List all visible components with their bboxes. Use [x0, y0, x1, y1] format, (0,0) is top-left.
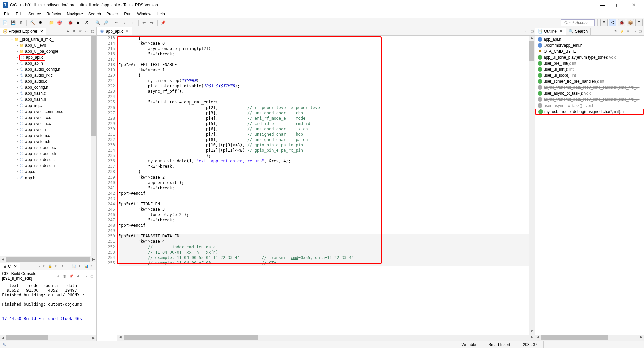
outline-item-user-ui-init--[interactable]: user_ui_init() : int — [535, 66, 644, 72]
close-button[interactable]: ✕ — [626, 0, 641, 10]
project-explorer-tab[interactable]: 🧭 Project Explorer ✕ — [0, 28, 46, 35]
view-menu-icon[interactable]: ▽ — [77, 29, 83, 34]
outline-item----common-app-emi-h[interactable]: ../common/app_emi.h — [535, 42, 644, 48]
build-icon[interactable]: 🔨 — [29, 19, 36, 26]
forward-icon[interactable]: ⇨ — [148, 19, 156, 26]
tree-node-app-ui-pa-dongle[interactable]: ›📁app_ui_pa_dongle — [0, 48, 96, 54]
run-icon[interactable]: ▶ — [75, 19, 82, 26]
target-icon[interactable]: 🎯 — [56, 19, 63, 26]
build-all-icon[interactable]: ⚙ — [37, 19, 44, 26]
tree-node-app-sync-h[interactable]: ›ⓗapp_sync.h — [0, 127, 96, 133]
maximize-button[interactable]: ▢ — [610, 0, 626, 10]
console-tool-3[interactable]: 🔒 — [47, 264, 53, 269]
tree-node-app-h[interactable]: ›ⓗapp.h — [0, 175, 96, 181]
editor-tab-app-api[interactable]: ⓒ app_api.c ✕ — [97, 27, 132, 35]
tree-node-app-config-h[interactable]: ›ⓗapp_config.h — [0, 84, 96, 90]
tree-node-app-audio-rx-c[interactable]: ›ⓒapp_audio_rx.c — [0, 72, 96, 78]
tree-node--proj-ultra-ll-mic-[interactable]: ⌄📁_proj_ultra_ll_mic_ — [0, 36, 96, 42]
quick-access-input[interactable] — [561, 19, 595, 26]
editor-scrollbar-vertical[interactable]: ▲ ▼ — [529, 36, 535, 341]
filter-icon[interactable]: ⚡ — [619, 29, 625, 34]
tree-node-app-system-h[interactable]: ›ⓗapp_system.h — [0, 139, 96, 145]
sort-icon[interactable]: ⇅ — [613, 29, 619, 34]
console-tab[interactable]: 🖥 C ✕ — [0, 263, 20, 270]
maximize-view-icon[interactable]: ▢ — [90, 29, 95, 34]
tree-scrollbar-vertical[interactable] — [91, 36, 96, 256]
console-pin-icon[interactable]: 📌 — [69, 273, 74, 279]
maximize-view-icon[interactable]: ▢ — [89, 273, 94, 279]
console-display-icon[interactable]: 🖥 — [75, 273, 81, 279]
c-perspective-icon[interactable]: C — [609, 19, 616, 26]
console-tool-6[interactable]: T — [65, 264, 71, 269]
console-tool-2[interactable]: P — [41, 264, 47, 269]
menu-help[interactable]: Help — [154, 11, 168, 17]
tree-node-app-sync-rx-c[interactable]: ›ⓒapp_sync_rx.c — [0, 115, 96, 121]
save-icon[interactable]: 💾 — [9, 19, 17, 26]
search-icon[interactable]: 🔎 — [102, 19, 109, 26]
outline-list[interactable]: app_api.h../common/app_emi.h#OTA_CMD_BYT… — [535, 36, 644, 335]
folder-icon[interactable]: 📁 — [48, 19, 55, 26]
close-icon[interactable]: ✕ — [125, 29, 129, 34]
tree-scrollbar-horizontal[interactable]: ◀▶ — [0, 256, 96, 262]
close-icon[interactable]: ✕ — [14, 264, 17, 269]
tree-node-app-usb-desc-h[interactable]: ›ⓗapp_usb_desc.h — [0, 163, 96, 169]
outline-item-app-api-h[interactable]: app_api.h — [535, 36, 644, 42]
tree-node-app-api-h[interactable]: ›ⓗapp_api.h — [0, 60, 96, 66]
console-tool-10[interactable]: S — [90, 264, 95, 269]
code-editor[interactable]: 2132142152162172182192202212222232242252… — [97, 36, 535, 341]
minimize-view-icon[interactable]: ▭ — [631, 29, 637, 34]
console-scrollbar-horizontal[interactable]: ◀▶ — [0, 335, 96, 341]
next-annotation-icon[interactable]: ↓ — [121, 19, 128, 26]
back-icon[interactable]: ⇦ — [140, 19, 148, 26]
other-perspective-icon[interactable]: ⊡ — [635, 19, 643, 26]
outline-item-my-usb-audio-debug-unsigned-char---int-[interactable]: my_usb_audio_debug(unsigned char*, int) … — [535, 109, 644, 115]
minimize-view-icon[interactable]: ▭ — [84, 29, 89, 34]
tree-node-app-sync-tx-c[interactable]: ›ⓒapp_sync_tx.c — [0, 121, 96, 127]
open-perspective-icon[interactable]: ⊞ — [600, 19, 608, 26]
menu-project[interactable]: Project — [104, 11, 121, 17]
menu-run[interactable]: Run — [121, 11, 134, 17]
outline-item-user-async-rx-task-----void[interactable]: user_async_rx_task() : void — [535, 102, 644, 109]
new-icon[interactable]: 📄 — [1, 19, 9, 26]
minimize-editor-icon[interactable]: ▭ — [524, 29, 529, 34]
collapse-all-icon[interactable]: ⇆ — [65, 29, 71, 34]
minimize-view-icon[interactable]: ▭ — [82, 273, 88, 279]
outline-item-ota-cmd-byte[interactable]: #OTA_CMD_BYTE — [535, 48, 644, 54]
console-scroll-lock-icon[interactable]: ⬇ — [55, 273, 61, 279]
outline-item-user-ui-loop--[interactable]: user_ui_loop() : int — [535, 72, 644, 78]
tree-node-app-irq-c[interactable]: ›ⓒapp_irq.c — [0, 102, 96, 109]
debug-icon[interactable]: 🐞 — [67, 19, 74, 26]
prev-annotation-icon[interactable]: ↑ — [129, 19, 137, 26]
project-tree[interactable]: ⌄📁_proj_ultra_ll_mic_›📁app_ui_evb›📁app_u… — [0, 36, 96, 256]
resource-perspective-icon[interactable]: 📦 — [627, 19, 634, 26]
menu-search[interactable]: Search — [86, 11, 104, 17]
console-tool-4[interactable]: P — [53, 264, 59, 269]
menu-refactor[interactable]: Refactor — [44, 11, 64, 17]
outline-tab[interactable]: 📑 Outline ✕ — [535, 28, 566, 35]
outline-item-user-stimer-irq-pre-handler--[interactable]: user_stimer_irq_pre_handler() : int — [535, 78, 644, 84]
link-editor-icon[interactable]: ⇵ — [71, 29, 77, 34]
outline-item-user-pre-init--[interactable]: user_pre_init() : int — [535, 60, 644, 66]
minimize-button[interactable]: — — [595, 0, 610, 10]
tree-node-app-ui-evb[interactable]: ›📁app_ui_evb — [0, 42, 96, 48]
tree-node-app-audio-config-h[interactable]: ›ⓗapp_audio_config.h — [0, 66, 96, 72]
tree-node-app-api-c[interactable]: ›ⓒapp_api.c — [0, 54, 96, 60]
editor-scrollbar-horizontal[interactable]: ◀▶ — [117, 335, 535, 341]
tree-node-app-flash-h[interactable]: ›ⓗapp_flash.h — [0, 96, 96, 102]
console-tool-7[interactable]: 📊 — [71, 264, 77, 269]
close-icon[interactable]: ✕ — [40, 29, 43, 34]
menu-edit[interactable]: Edit — [13, 11, 25, 17]
console-output[interactable]: text code rodata data 95652 91300 4352 1… — [0, 282, 96, 335]
console-tool-5[interactable]: ♯ — [59, 264, 65, 269]
tree-node-app-usb-desc-c[interactable]: ›ⓒapp_usb_desc.c — [0, 157, 96, 163]
open-type-icon[interactable]: 🔍 — [94, 19, 101, 26]
profile-icon[interactable]: ⏱ — [83, 19, 90, 26]
console-tool-9[interactable]: 📊 — [84, 264, 89, 269]
tree-node-app-usb-audio-h[interactable]: ›ⓗapp_usb_audio.h — [0, 151, 96, 157]
menu-navigate[interactable]: Navigate — [64, 11, 85, 17]
debug-perspective-icon[interactable]: 🐞 — [618, 19, 625, 26]
tree-node-app-flash-c[interactable]: ›ⓒapp_flash.c — [0, 90, 96, 96]
maximize-editor-icon[interactable]: ▢ — [529, 29, 535, 34]
console-tool-1[interactable]: ▭ — [35, 264, 41, 269]
outline-item-user-async-tx-task--[interactable]: user_async_tx_task() : void — [535, 90, 644, 96]
